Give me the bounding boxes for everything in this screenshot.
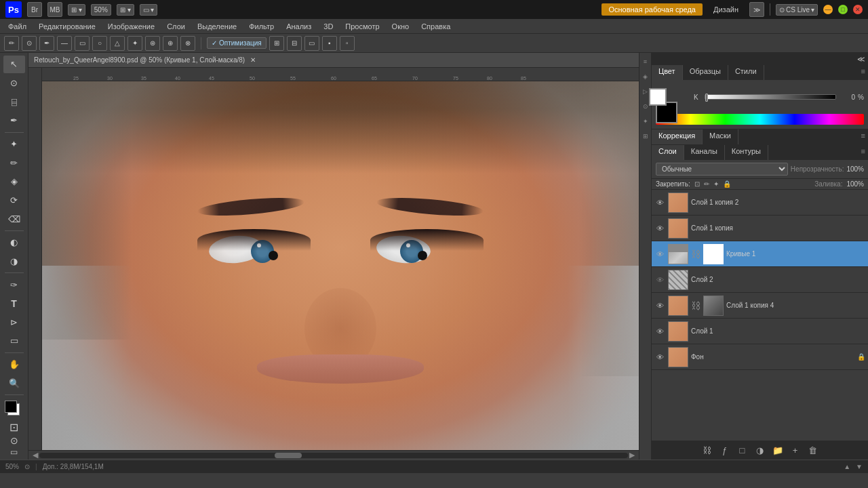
add-group-btn[interactable]: 📁: [771, 443, 785, 457]
layers-panel-options[interactable]: ≡: [859, 145, 868, 160]
menu-select[interactable]: Выделение: [192, 21, 242, 32]
minimize-button[interactable]: —: [823, 5, 833, 14]
layer-visibility-btn[interactable]: 👁: [654, 274, 665, 285]
maximize-button[interactable]: □: [838, 5, 848, 14]
menu-file[interactable]: Файл: [3, 21, 32, 32]
arrange-dropdown[interactable]: ⊞ ▾: [117, 4, 134, 16]
tab-styles[interactable]: Стили: [728, 65, 764, 80]
zoom-btn[interactable]: ⊙: [24, 463, 30, 470]
tab-swatches[interactable]: Образцы: [683, 65, 728, 80]
layer-item-active[interactable]: 👁 ⛓ Кривые 1: [652, 241, 868, 267]
menu-3d[interactable]: 3D: [318, 21, 338, 32]
extend-btn[interactable]: ≫: [749, 2, 764, 17]
tool-gradient[interactable]: ◐: [3, 234, 25, 251]
opt-btn-6[interactable]: ○: [92, 36, 107, 51]
tool-select[interactable]: ↖: [3, 56, 25, 73]
doc-tab-close[interactable]: ✕: [250, 56, 256, 64]
close-button[interactable]: ✕: [853, 5, 863, 14]
delete-layer-btn[interactable]: 🗑: [806, 443, 820, 457]
add-adjustment-btn[interactable]: ◑: [753, 443, 767, 457]
opt-btn-2[interactable]: ⊙: [22, 36, 37, 51]
bridge-btn[interactable]: Br: [27, 2, 42, 17]
link-layers-btn[interactable]: ⛓: [701, 443, 714, 457]
fg-color-btn[interactable]: [5, 401, 17, 413]
layer-item[interactable]: 👁 ⛓ Слой 1 копия 4: [652, 293, 868, 319]
opt-btn-7[interactable]: △: [110, 36, 125, 51]
opt-btn-14[interactable]: ▭: [304, 36, 319, 51]
tool-history[interactable]: ⟳: [3, 192, 25, 209]
canvas-wrapper[interactable]: 25 30 35 40 45 50 55 60 65 70 75 80 85: [28, 68, 639, 450]
layer-visibility-btn[interactable]: 👁: [654, 197, 665, 208]
optimize-checkbox[interactable]: ✓ Оптимизация: [207, 37, 267, 49]
tool-pen[interactable]: ✑: [3, 276, 25, 293]
lock-paint-icon[interactable]: ✏: [704, 180, 709, 188]
tool-dodge[interactable]: ◑: [3, 253, 25, 270]
canvas-image[interactable]: [42, 81, 639, 450]
scroll-right-btn[interactable]: ▶: [628, 451, 636, 460]
opt-btn-3[interactable]: ✒: [39, 36, 54, 51]
tab-masks[interactable]: Маски: [703, 129, 738, 144]
tool-stamp[interactable]: ◈: [3, 173, 25, 190]
scroll-v-btn[interactable]: ▲: [844, 463, 850, 470]
menu-edit[interactable]: Редактирование: [33, 21, 101, 32]
tool-shape[interactable]: ▭: [3, 332, 25, 350]
opt-btn-13[interactable]: ⊟: [287, 36, 302, 51]
layer-item[interactable]: 👁 Слой 1 копия: [652, 216, 868, 241]
h-scrollbar[interactable]: ◀ ▶: [28, 450, 639, 460]
brush-tool-btn[interactable]: ✏: [4, 36, 19, 51]
menu-layers[interactable]: Слои: [161, 21, 191, 32]
layer-visibility-btn[interactable]: 👁: [654, 223, 665, 234]
layer-item[interactable]: 👁 Слой 1 копия 2: [652, 190, 868, 216]
quick-mask-btn[interactable]: ⊙: [10, 435, 18, 446]
tool-type[interactable]: T: [3, 295, 25, 312]
opt-btn-9[interactable]: ⊛: [145, 36, 160, 51]
scroll-thumb-h[interactable]: [275, 453, 302, 458]
opt-btn-10[interactable]: ⊕: [163, 36, 178, 51]
menu-image[interactable]: Изображение: [102, 21, 160, 32]
tab-layers[interactable]: Слои: [652, 145, 684, 160]
tool-zoom[interactable]: 🔍: [3, 374, 25, 392]
tab-channels[interactable]: Каналы: [684, 145, 725, 160]
tool-lasso[interactable]: ⊙: [3, 75, 25, 92]
menu-window[interactable]: Окно: [387, 21, 415, 32]
screen-mode-btn[interactable]: ▭: [10, 447, 18, 457]
mini-tool-5[interactable]: ✦: [641, 115, 650, 127]
menu-view[interactable]: Просмотр: [340, 21, 384, 32]
scroll-track-h[interactable]: [39, 453, 628, 458]
layer-visibility-btn[interactable]: 👁: [654, 249, 665, 260]
add-style-btn[interactable]: ƒ: [718, 443, 732, 457]
default-colors-btn[interactable]: ⊡: [9, 421, 18, 434]
layer-visibility-btn[interactable]: 👁: [654, 352, 665, 363]
layer-item[interactable]: 👁 Слой 1: [652, 319, 868, 344]
menu-help[interactable]: Справка: [416, 21, 456, 32]
panel-collapse-btn[interactable]: ≪: [652, 53, 868, 65]
opt-btn-16[interactable]: ▫: [340, 36, 355, 51]
lock-all-icon[interactable]: 🔒: [723, 180, 731, 188]
tab-correction[interactable]: Коррекция: [652, 129, 703, 144]
add-mask-btn[interactable]: □: [736, 443, 749, 457]
zoom-dropdown[interactable]: 50%: [91, 4, 111, 16]
opt-btn-12[interactable]: ⊞: [269, 36, 284, 51]
opt-btn-15[interactable]: ▪: [322, 36, 337, 51]
tool-path[interactable]: ⊳: [3, 313, 25, 331]
tool-heal[interactable]: ✦: [3, 136, 25, 153]
opt-btn-8[interactable]: ✦: [127, 36, 142, 51]
scroll-left-btn[interactable]: ◀: [31, 451, 39, 460]
layer-visibility-btn[interactable]: 👁: [654, 300, 665, 311]
mini-tool-1[interactable]: ≡: [641, 56, 650, 68]
menu-filter[interactable]: Фильтр: [243, 21, 279, 32]
tool-eyedropper[interactable]: ✒: [3, 112, 25, 129]
tool-crop[interactable]: ⌸: [3, 93, 25, 110]
design-button[interactable]: Дизайн: [708, 3, 744, 16]
tool-eraser[interactable]: ⌫: [3, 210, 25, 228]
color-panel-options[interactable]: ≡: [859, 65, 868, 80]
bg-color-swatch[interactable]: [649, 88, 667, 106]
opt-btn-4[interactable]: —: [57, 36, 72, 51]
layer-visibility-btn[interactable]: 👁: [654, 326, 665, 337]
corr-panel-options[interactable]: ≡: [859, 129, 868, 144]
menu-analysis[interactable]: Анализ: [281, 21, 317, 32]
tab-color[interactable]: Цвет: [652, 65, 683, 80]
lock-transparent-icon[interactable]: ⊡: [694, 180, 700, 188]
screen-dropdown[interactable]: ▭ ▾: [140, 4, 158, 16]
workspace-button[interactable]: Основная рабочая среда: [601, 3, 703, 16]
